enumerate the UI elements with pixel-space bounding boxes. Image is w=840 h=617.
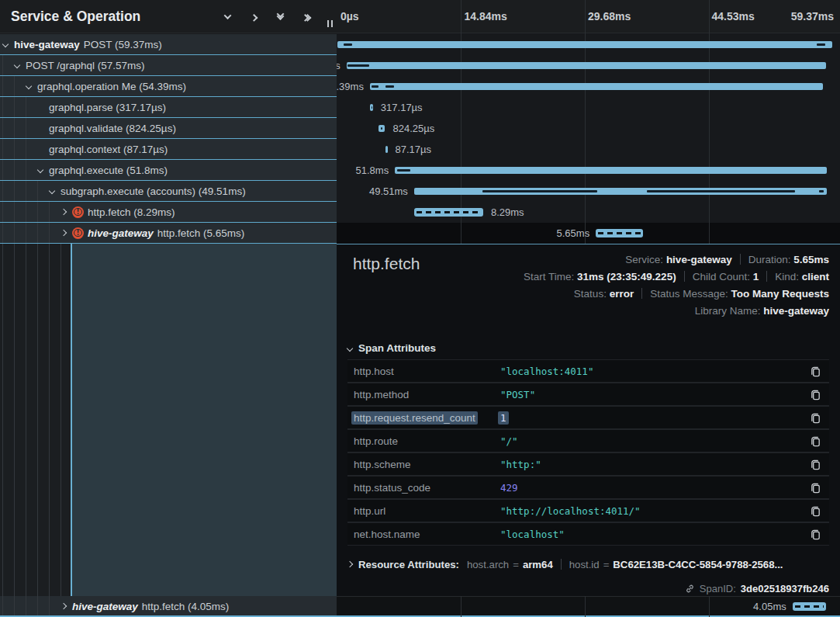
meta-value: hive-gateway bbox=[666, 254, 732, 265]
chevron-right-icon[interactable] bbox=[60, 603, 67, 609]
attribute-value: 429 bbox=[500, 482, 808, 494]
span-bar[interactable] bbox=[370, 83, 823, 90]
tree-row-http-fetch[interactable]: hive-gatewayhttp.fetch (5.65ms) bbox=[0, 223, 337, 244]
link-icon[interactable] bbox=[685, 584, 695, 594]
span-bar[interactable] bbox=[414, 188, 827, 195]
tree-row-graphql-operation-me[interactable]: graphql.operation Me (54.39ms) bbox=[0, 76, 337, 97]
span-bar[interactable] bbox=[337, 41, 832, 48]
meta-label: Status Message: bbox=[650, 288, 731, 300]
copy-button[interactable] bbox=[808, 480, 823, 495]
span-attributes-table: http.host"localhost:4011"http.method"POS… bbox=[347, 359, 829, 546]
copy-icon bbox=[810, 529, 821, 540]
error-icon bbox=[72, 227, 84, 239]
attribute-row[interactable]: net.host.name"localhost" bbox=[347, 523, 829, 545]
meta-value: client bbox=[802, 271, 829, 283]
tree-row-http-fetch[interactable]: http.fetch (8.29ms) bbox=[0, 202, 337, 223]
meta-label: Library Name: bbox=[695, 305, 764, 317]
attribute-row[interactable]: http.status_code429 bbox=[347, 477, 829, 498]
tree-row-subgraph-execute-accounts-[interactable]: subgraph.execute (accounts) (49.51ms) bbox=[0, 181, 337, 202]
indent-guide bbox=[2, 596, 3, 615]
subspan-mark bbox=[647, 190, 795, 192]
span-bar[interactable] bbox=[347, 62, 827, 69]
copy-button[interactable] bbox=[808, 434, 823, 449]
operation-name: graphql.execute (51.8ms) bbox=[49, 165, 168, 176]
copy-button[interactable] bbox=[808, 364, 823, 379]
indent-guide bbox=[26, 223, 26, 243]
copy-button[interactable] bbox=[808, 411, 823, 425]
indent-guide bbox=[37, 596, 38, 615]
span-bar[interactable] bbox=[395, 167, 827, 174]
attribute-value: "localhost:4011" bbox=[500, 366, 808, 377]
chevron-down-icon[interactable] bbox=[2, 41, 9, 47]
indent-guide bbox=[26, 596, 26, 615]
span-duration-label: 87.17µs bbox=[396, 139, 432, 160]
span-meta: Service: hive-gatewayDuration: 5.65msSta… bbox=[524, 251, 829, 320]
span-duration-label: 4.05ms bbox=[753, 596, 786, 617]
chevron-right-icon[interactable] bbox=[60, 209, 67, 215]
span-row-label: graphql.operation Me (54.39ms) bbox=[37, 76, 186, 96]
collapse-all-icon[interactable] bbox=[273, 10, 287, 23]
span-bar[interactable] bbox=[414, 208, 483, 217]
tree-row-post-graphql[interactable]: POST /graphql (57.57ms) bbox=[0, 55, 337, 76]
span-row-label: graphql.context (87.17µs) bbox=[49, 139, 168, 159]
indent-guide bbox=[14, 118, 15, 138]
span-bar[interactable] bbox=[793, 602, 827, 611]
subspan-mark bbox=[385, 85, 393, 88]
selected-text: http.request.resend_count bbox=[351, 411, 478, 425]
attribute-row[interactable]: http.route"/" bbox=[347, 430, 829, 452]
span-bar[interactable] bbox=[379, 125, 385, 132]
indent-guide bbox=[37, 202, 38, 222]
tree-row-post[interactable]: hive-gatewayPOST (59.37ms) bbox=[0, 34, 337, 55]
span-duration-label: 51.8ms bbox=[356, 160, 389, 181]
tree-row-http-fetch[interactable]: hive-gatewayhttp.fetch (4.05ms) bbox=[0, 596, 337, 617]
attribute-row[interactable]: http.host"localhost:4011" bbox=[347, 360, 829, 382]
meta-label: Status: bbox=[574, 288, 610, 300]
indent-guide bbox=[49, 202, 50, 222]
resource-key: host.arch bbox=[467, 559, 509, 570]
copy-button[interactable] bbox=[808, 527, 823, 542]
meta-value: 31ms (23:35:49.225) bbox=[577, 271, 676, 283]
attribute-row[interactable]: http.url"http://localhost:4011/" bbox=[347, 500, 829, 522]
chevron-down-icon[interactable] bbox=[14, 62, 20, 68]
tree-row-graphql-context[interactable]: graphql.context (87.17µs) bbox=[0, 139, 337, 160]
indent-guide bbox=[49, 223, 50, 243]
attribute-value: "POST" bbox=[500, 389, 808, 400]
panel-resize-handle[interactable] bbox=[327, 20, 333, 27]
equals-sign: = bbox=[513, 559, 519, 570]
attribute-value: 1 bbox=[500, 412, 808, 424]
chevron-right-icon[interactable] bbox=[60, 230, 67, 236]
copy-button[interactable] bbox=[808, 504, 823, 518]
axis-tick-label: 29.68ms bbox=[588, 0, 631, 33]
span-row-label: graphql.execute (51.8ms) bbox=[49, 160, 168, 180]
span-bar[interactable] bbox=[596, 229, 643, 237]
collapse-one-icon[interactable] bbox=[220, 10, 234, 23]
copy-button[interactable] bbox=[808, 457, 823, 472]
chevron-down-icon[interactable] bbox=[37, 167, 43, 173]
resource-attributes-row[interactable]: Resource Attributes: host.arch=arm64host… bbox=[347, 553, 829, 575]
axis-tick-label: 59.37ms bbox=[791, 0, 834, 33]
span-row-label: hive-gatewayhttp.fetch (4.05ms) bbox=[72, 596, 229, 616]
tree-row-graphql-validate[interactable]: graphql.validate (824.25µs) bbox=[0, 118, 337, 139]
attribute-row[interactable]: http.method"POST" bbox=[347, 383, 829, 405]
resource-value: arm64 bbox=[523, 559, 553, 570]
indent-guide bbox=[26, 181, 26, 201]
span-bar[interactable] bbox=[385, 146, 387, 153]
span-bar[interactable] bbox=[370, 104, 372, 111]
span-duration-label: 49.51ms bbox=[369, 181, 408, 202]
chevron-down-icon[interactable] bbox=[49, 188, 55, 194]
expand-all-icon[interactable] bbox=[299, 10, 313, 23]
copy-icon bbox=[810, 482, 821, 494]
copy-button[interactable] bbox=[808, 387, 823, 402]
span-attributes-header[interactable]: Span Attributes bbox=[347, 342, 436, 354]
indent-guide bbox=[2, 76, 3, 96]
tree-row-graphql-parse[interactable]: graphql.parse (317.17µs) bbox=[0, 97, 337, 118]
attribute-row[interactable]: http.request.resend_count1 bbox=[347, 407, 829, 428]
attribute-value: "http://localhost:4011/" bbox=[500, 505, 808, 517]
tree-row-graphql-execute[interactable]: graphql.execute (51.8ms) bbox=[0, 160, 337, 181]
attribute-row[interactable]: http.scheme"http:" bbox=[347, 453, 829, 475]
subspan-mark bbox=[347, 64, 369, 67]
subspan-mark bbox=[344, 43, 353, 46]
span-id-row: SpanID: 3de02518937fb246 bbox=[685, 580, 829, 597]
expand-one-icon[interactable] bbox=[247, 10, 261, 23]
chevron-down-icon[interactable] bbox=[26, 83, 32, 89]
